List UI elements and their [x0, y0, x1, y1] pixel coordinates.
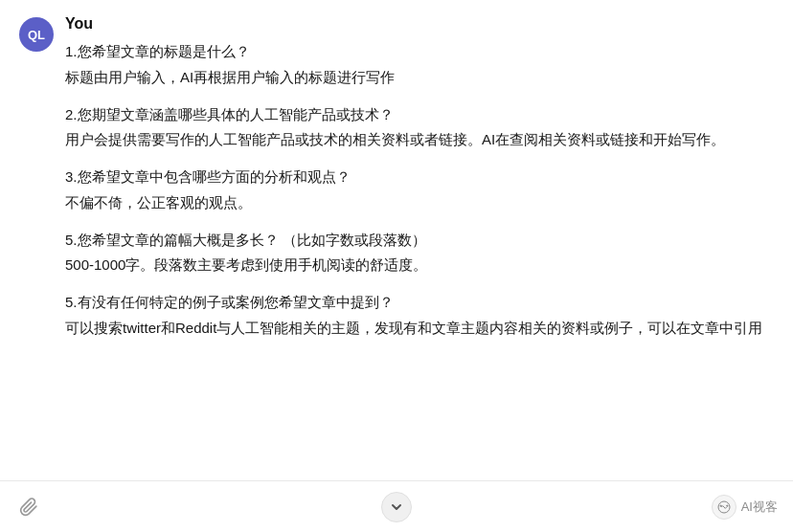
svg-point-2 — [726, 505, 727, 506]
answer-line: 用户会提供需要写作的人工智能产品或技术的相关资料或者链接。AI在查阅相关资料或链… — [65, 128, 774, 152]
svg-point-1 — [720, 505, 721, 506]
question-block: 5.有没有任何特定的例子或案例您希望文章中提到？可以搜索twitter和Redd… — [65, 291, 774, 341]
question-block: 3.您希望文章中包含哪些方面的分析和观点？不偏不倚，公正客观的观点。 — [65, 166, 774, 215]
message-row: QL You 1.您希望文章的标题是什么？标题由用户输入，AI再根据用户输入的标… — [19, 15, 774, 354]
question-block: 2.您期望文章涵盖哪些具体的人工智能产品或技术？用户会提供需要写作的人工智能产品… — [65, 103, 774, 153]
answer-line: 不偏不倚，公正客观的观点。 — [65, 191, 774, 215]
ai-brand: AI视客 — [712, 495, 778, 520]
ai-logo — [712, 495, 736, 520]
message-content: You 1.您希望文章的标题是什么？标题由用户输入，AI再根据用户输入的标题进行… — [65, 15, 774, 354]
question-line: 3.您希望文章中包含哪些方面的分析和观点？ — [65, 166, 774, 189]
question-line: 5.您希望文章的篇幅大概是多长？ （比如字数或段落数） — [65, 229, 774, 253]
question-block: 5.您希望文章的篇幅大概是多长？ （比如字数或段落数）500-1000字。段落数… — [65, 229, 774, 278]
answer-line: 可以搜索twitter和Reddit与人工智能相关的主题，发现有和文章主题内容相… — [65, 317, 774, 341]
answer-line: 500-1000字。段落数主要考虑到使用手机阅读的舒适度。 — [65, 254, 774, 277]
ai-brand-name: AI视客 — [741, 499, 778, 516]
chat-container: QL You 1.您希望文章的标题是什么？标题由用户输入，AI再根据用户输入的标… — [0, 0, 793, 532]
question-block: 1.您希望文章的标题是什么？标题由用户输入，AI再根据用户输入的标题进行写作 — [65, 40, 774, 90]
message-area: QL You 1.您希望文章的标题是什么？标题由用户输入，AI再根据用户输入的标… — [0, 0, 793, 480]
message-text: 1.您希望文章的标题是什么？标题由用户输入，AI再根据用户输入的标题进行写作2.… — [65, 40, 774, 341]
avatar: QL — [19, 17, 54, 52]
scroll-down-button[interactable] — [381, 492, 412, 522]
paperclip-icon[interactable] — [15, 494, 42, 521]
question-line: 5.有没有任何特定的例子或案例您希望文章中提到？ — [65, 291, 774, 315]
bottom-bar: AI视客 — [0, 480, 793, 532]
bottom-right: AI视客 — [712, 495, 778, 520]
bottom-left — [15, 494, 42, 521]
answer-line: 标题由用户输入，AI再根据用户输入的标题进行写作 — [65, 66, 774, 90]
question-line: 2.您期望文章涵盖哪些具体的人工智能产品或技术？ — [65, 103, 774, 127]
question-line: 1.您希望文章的标题是什么？ — [65, 40, 774, 64]
username: You — [65, 15, 774, 33]
